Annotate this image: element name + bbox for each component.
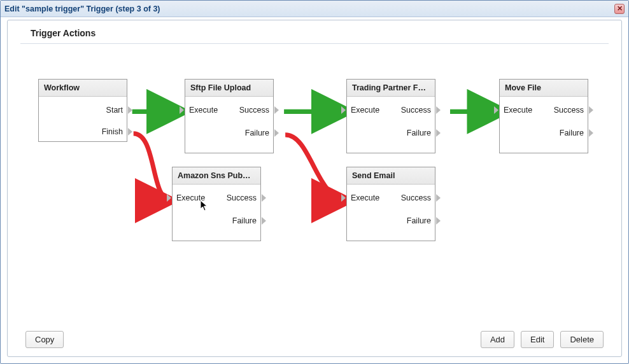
port-sftp-failure[interactable]: Failure: [245, 129, 269, 137]
port-email-failure[interactable]: Failure: [407, 216, 431, 225]
chevron-right-icon: [262, 217, 266, 225]
port-sns-success[interactable]: Success: [227, 193, 257, 202]
chevron-right-icon: [436, 217, 441, 225]
chevron-right-icon: [589, 106, 593, 114]
node-email-title: Send Email: [347, 167, 435, 185]
node-email[interactable]: Send Email Execute Success Failure: [346, 167, 435, 241]
trigger-actions-panel: Trigger Actions: [7, 20, 622, 357]
chevron-right-icon: [436, 194, 441, 202]
section-title: Trigger Actions: [8, 20, 621, 43]
port-trading-success[interactable]: Success: [401, 106, 431, 115]
chevron-right-icon: [436, 106, 441, 114]
chevron-right-icon: [180, 106, 184, 114]
chevron-right-icon: [494, 106, 498, 114]
port-sftp-execute[interactable]: Execute: [189, 106, 218, 115]
chevron-right-icon: [589, 129, 593, 137]
port-email-execute[interactable]: Execute: [351, 193, 379, 202]
node-move-title: Move File: [500, 80, 588, 97]
port-email-success[interactable]: Success: [401, 193, 431, 202]
port-workflow-start[interactable]: Start: [106, 106, 123, 115]
port-sns-execute[interactable]: Execute: [176, 193, 205, 202]
port-trading-execute[interactable]: Execute: [351, 106, 379, 115]
port-sns-failure[interactable]: Failure: [232, 216, 257, 225]
dialog-window: Edit "sample trigger" Trigger (step 3 of…: [0, 0, 629, 364]
dialog-title: Edit "sample trigger" Trigger (step 3 of…: [4, 4, 160, 13]
close-icon: ✕: [617, 4, 623, 13]
port-move-success[interactable]: Success: [554, 106, 584, 115]
chevron-right-icon: [341, 194, 346, 202]
workflow-canvas[interactable]: Workflow Start Finish Sftp File Upload E…: [8, 51, 621, 322]
chevron-right-icon: [262, 194, 266, 202]
chevron-right-icon: [436, 129, 441, 137]
chevron-right-icon: [274, 129, 279, 137]
node-sftp-title: Sftp File Upload: [185, 80, 273, 97]
copy-button[interactable]: Copy: [25, 331, 64, 348]
node-workflow[interactable]: Workflow Start Finish: [38, 79, 127, 142]
port-trading-failure[interactable]: Failure: [407, 129, 431, 137]
section-divider: [20, 43, 609, 44]
node-trading-title: Trading Partner F…: [347, 80, 435, 97]
delete-button[interactable]: Delete: [560, 331, 604, 348]
node-sns-title: Amazon Sns Pub…: [173, 167, 260, 185]
node-workflow-title: Workflow: [39, 80, 127, 97]
chevron-right-icon: [128, 106, 132, 114]
node-trading[interactable]: Trading Partner F… Execute Success Failu…: [346, 79, 435, 153]
close-button[interactable]: ✕: [614, 4, 625, 14]
dialog-title-bar[interactable]: Edit "sample trigger" Trigger (step 3 of…: [1, 1, 628, 17]
port-workflow-finish[interactable]: Finish: [102, 127, 123, 136]
port-move-failure[interactable]: Failure: [560, 129, 584, 137]
chevron-right-icon: [341, 106, 346, 114]
port-move-execute[interactable]: Execute: [504, 106, 532, 115]
node-move[interactable]: Move File Execute Success Failure: [499, 79, 588, 153]
chevron-right-icon: [274, 106, 279, 114]
add-button[interactable]: Add: [481, 331, 514, 348]
node-sns[interactable]: Amazon Sns Pub… Execute Success Failure: [172, 167, 261, 241]
chevron-right-icon: [167, 194, 171, 202]
edit-button[interactable]: Edit: [521, 331, 554, 348]
chevron-right-icon: [128, 128, 132, 136]
panel-footer: Copy Add Edit Delete: [8, 322, 621, 356]
port-sftp-success[interactable]: Success: [239, 106, 269, 115]
node-sftp[interactable]: Sftp File Upload Execute Success Failure: [185, 79, 274, 153]
